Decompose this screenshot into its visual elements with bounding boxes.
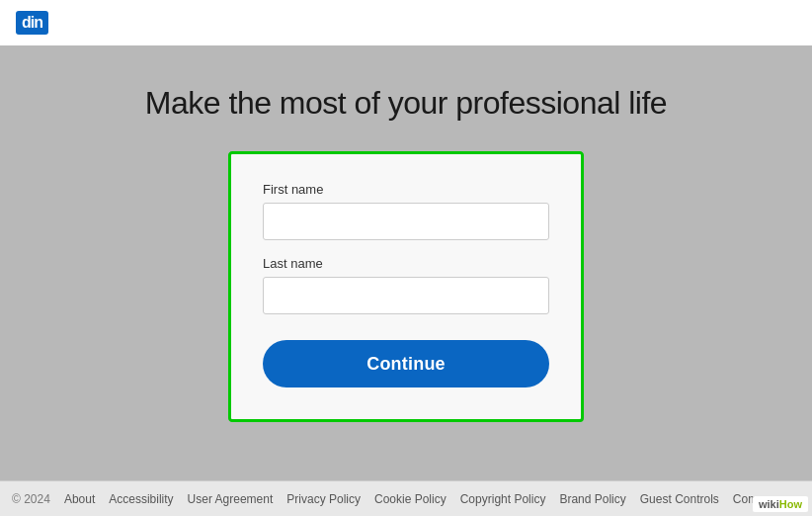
first-name-input[interactable] [263, 203, 549, 240]
footer-link-brand-policy[interactable]: Brand Policy [559, 492, 625, 506]
footer-link-user-agreement[interactable]: User Agreement [188, 492, 274, 506]
page-headline: Make the most of your professional life [145, 85, 667, 122]
footer-link-privacy-policy[interactable]: Privacy Policy [286, 492, 361, 506]
footer-link-cookie-policy[interactable]: Cookie Policy [374, 492, 447, 506]
footer-link-guest-controls[interactable]: Guest Controls [640, 492, 719, 506]
main-content: Make the most of your professional life … [0, 45, 812, 422]
footer-year: © 2024 [12, 492, 50, 506]
wikihow-prefix: wiki [759, 498, 779, 510]
page-wrapper: din Make the most of your professional l… [0, 0, 812, 516]
header: din [0, 0, 812, 45]
first-name-label: First name [263, 182, 549, 197]
wikihow-badge: wikiHow [753, 496, 808, 512]
linkedin-logo-box: din [16, 11, 48, 35]
footer: © 2024 About Accessibility User Agreemen… [0, 480, 812, 516]
form-card: First name Last name Continue [228, 151, 584, 422]
footer-link-about[interactable]: About [64, 492, 95, 506]
last-name-input[interactable] [263, 277, 549, 314]
last-name-group: Last name [263, 256, 549, 314]
linkedin-logo: din [16, 11, 48, 35]
logo-text: din [22, 14, 42, 31]
last-name-label: Last name [263, 256, 549, 271]
continue-button[interactable]: Continue [263, 340, 549, 387]
footer-link-copyright-policy[interactable]: Copyright Policy [460, 492, 546, 506]
first-name-group: First name [263, 182, 549, 240]
wikihow-suffix: How [779, 498, 802, 510]
footer-link-accessibility[interactable]: Accessibility [109, 492, 173, 506]
